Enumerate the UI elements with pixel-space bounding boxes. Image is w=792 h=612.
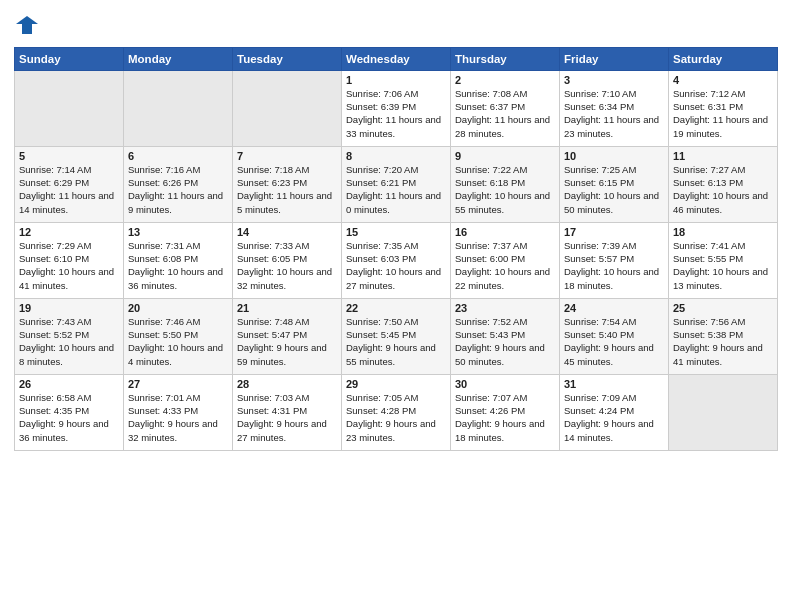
day-cell: 6Sunrise: 7:16 AMSunset: 6:26 PMDaylight… — [124, 146, 233, 222]
day-number: 23 — [455, 302, 555, 314]
day-info: Sunrise: 7:07 AMSunset: 4:26 PMDaylight:… — [455, 391, 555, 444]
day-cell: 21Sunrise: 7:48 AMSunset: 5:47 PMDayligh… — [233, 298, 342, 374]
day-cell: 8Sunrise: 7:20 AMSunset: 6:21 PMDaylight… — [342, 146, 451, 222]
day-info: Sunrise: 7:52 AMSunset: 5:43 PMDaylight:… — [455, 315, 555, 368]
day-cell: 24Sunrise: 7:54 AMSunset: 5:40 PMDayligh… — [560, 298, 669, 374]
day-cell: 7Sunrise: 7:18 AMSunset: 6:23 PMDaylight… — [233, 146, 342, 222]
logo-text — [14, 14, 38, 41]
day-number: 24 — [564, 302, 664, 314]
day-number: 26 — [19, 378, 119, 390]
day-of-week-saturday: Saturday — [669, 47, 778, 70]
day-cell: 5Sunrise: 7:14 AMSunset: 6:29 PMDaylight… — [15, 146, 124, 222]
day-info: Sunrise: 7:12 AMSunset: 6:31 PMDaylight:… — [673, 87, 773, 140]
day-of-week-thursday: Thursday — [451, 47, 560, 70]
day-cell: 10Sunrise: 7:25 AMSunset: 6:15 PMDayligh… — [560, 146, 669, 222]
day-info: Sunrise: 6:58 AMSunset: 4:35 PMDaylight:… — [19, 391, 119, 444]
day-info: Sunrise: 7:37 AMSunset: 6:00 PMDaylight:… — [455, 239, 555, 292]
day-info: Sunrise: 7:01 AMSunset: 4:33 PMDaylight:… — [128, 391, 228, 444]
day-number: 9 — [455, 150, 555, 162]
day-number: 27 — [128, 378, 228, 390]
day-number: 1 — [346, 74, 446, 86]
day-number: 4 — [673, 74, 773, 86]
days-of-week-row: SundayMondayTuesdayWednesdayThursdayFrid… — [15, 47, 778, 70]
day-cell — [124, 70, 233, 146]
day-cell: 25Sunrise: 7:56 AMSunset: 5:38 PMDayligh… — [669, 298, 778, 374]
day-info: Sunrise: 7:22 AMSunset: 6:18 PMDaylight:… — [455, 163, 555, 216]
day-cell: 28Sunrise: 7:03 AMSunset: 4:31 PMDayligh… — [233, 374, 342, 450]
day-of-week-monday: Monday — [124, 47, 233, 70]
day-info: Sunrise: 7:08 AMSunset: 6:37 PMDaylight:… — [455, 87, 555, 140]
day-number: 6 — [128, 150, 228, 162]
day-cell: 29Sunrise: 7:05 AMSunset: 4:28 PMDayligh… — [342, 374, 451, 450]
day-cell: 17Sunrise: 7:39 AMSunset: 5:57 PMDayligh… — [560, 222, 669, 298]
day-number: 17 — [564, 226, 664, 238]
week-row-3: 12Sunrise: 7:29 AMSunset: 6:10 PMDayligh… — [15, 222, 778, 298]
day-number: 8 — [346, 150, 446, 162]
day-number: 7 — [237, 150, 337, 162]
day-of-week-wednesday: Wednesday — [342, 47, 451, 70]
calendar-table: SundayMondayTuesdayWednesdayThursdayFrid… — [14, 47, 778, 451]
day-cell: 31Sunrise: 7:09 AMSunset: 4:24 PMDayligh… — [560, 374, 669, 450]
day-number: 12 — [19, 226, 119, 238]
day-cell: 18Sunrise: 7:41 AMSunset: 5:55 PMDayligh… — [669, 222, 778, 298]
logo-bird-icon — [16, 14, 38, 36]
page: SundayMondayTuesdayWednesdayThursdayFrid… — [0, 0, 792, 612]
day-info: Sunrise: 7:05 AMSunset: 4:28 PMDaylight:… — [346, 391, 446, 444]
day-cell: 9Sunrise: 7:22 AMSunset: 6:18 PMDaylight… — [451, 146, 560, 222]
day-cell: 26Sunrise: 6:58 AMSunset: 4:35 PMDayligh… — [15, 374, 124, 450]
day-cell: 23Sunrise: 7:52 AMSunset: 5:43 PMDayligh… — [451, 298, 560, 374]
day-number: 13 — [128, 226, 228, 238]
calendar-body: 1Sunrise: 7:06 AMSunset: 6:39 PMDaylight… — [15, 70, 778, 450]
week-row-1: 1Sunrise: 7:06 AMSunset: 6:39 PMDaylight… — [15, 70, 778, 146]
day-number: 31 — [564, 378, 664, 390]
day-number: 15 — [346, 226, 446, 238]
day-info: Sunrise: 7:48 AMSunset: 5:47 PMDaylight:… — [237, 315, 337, 368]
day-cell: 1Sunrise: 7:06 AMSunset: 6:39 PMDaylight… — [342, 70, 451, 146]
day-number: 20 — [128, 302, 228, 314]
day-number: 22 — [346, 302, 446, 314]
day-number: 14 — [237, 226, 337, 238]
day-info: Sunrise: 7:43 AMSunset: 5:52 PMDaylight:… — [19, 315, 119, 368]
day-cell: 2Sunrise: 7:08 AMSunset: 6:37 PMDaylight… — [451, 70, 560, 146]
day-number: 16 — [455, 226, 555, 238]
day-cell: 22Sunrise: 7:50 AMSunset: 5:45 PMDayligh… — [342, 298, 451, 374]
day-cell: 27Sunrise: 7:01 AMSunset: 4:33 PMDayligh… — [124, 374, 233, 450]
day-cell — [669, 374, 778, 450]
day-number: 19 — [19, 302, 119, 314]
day-of-week-friday: Friday — [560, 47, 669, 70]
header — [14, 10, 778, 41]
day-cell: 3Sunrise: 7:10 AMSunset: 6:34 PMDaylight… — [560, 70, 669, 146]
day-info: Sunrise: 7:50 AMSunset: 5:45 PMDaylight:… — [346, 315, 446, 368]
day-info: Sunrise: 7:35 AMSunset: 6:03 PMDaylight:… — [346, 239, 446, 292]
day-info: Sunrise: 7:03 AMSunset: 4:31 PMDaylight:… — [237, 391, 337, 444]
week-row-5: 26Sunrise: 6:58 AMSunset: 4:35 PMDayligh… — [15, 374, 778, 450]
day-cell: 13Sunrise: 7:31 AMSunset: 6:08 PMDayligh… — [124, 222, 233, 298]
day-cell: 30Sunrise: 7:07 AMSunset: 4:26 PMDayligh… — [451, 374, 560, 450]
day-info: Sunrise: 7:27 AMSunset: 6:13 PMDaylight:… — [673, 163, 773, 216]
day-info: Sunrise: 7:18 AMSunset: 6:23 PMDaylight:… — [237, 163, 337, 216]
day-info: Sunrise: 7:06 AMSunset: 6:39 PMDaylight:… — [346, 87, 446, 140]
day-info: Sunrise: 7:54 AMSunset: 5:40 PMDaylight:… — [564, 315, 664, 368]
day-cell: 14Sunrise: 7:33 AMSunset: 6:05 PMDayligh… — [233, 222, 342, 298]
day-info: Sunrise: 7:46 AMSunset: 5:50 PMDaylight:… — [128, 315, 228, 368]
week-row-2: 5Sunrise: 7:14 AMSunset: 6:29 PMDaylight… — [15, 146, 778, 222]
logo — [14, 14, 38, 41]
day-info: Sunrise: 7:31 AMSunset: 6:08 PMDaylight:… — [128, 239, 228, 292]
day-number: 30 — [455, 378, 555, 390]
week-row-4: 19Sunrise: 7:43 AMSunset: 5:52 PMDayligh… — [15, 298, 778, 374]
day-of-week-tuesday: Tuesday — [233, 47, 342, 70]
day-number: 10 — [564, 150, 664, 162]
day-cell: 4Sunrise: 7:12 AMSunset: 6:31 PMDaylight… — [669, 70, 778, 146]
day-number: 11 — [673, 150, 773, 162]
day-cell: 20Sunrise: 7:46 AMSunset: 5:50 PMDayligh… — [124, 298, 233, 374]
day-cell: 15Sunrise: 7:35 AMSunset: 6:03 PMDayligh… — [342, 222, 451, 298]
calendar-header: SundayMondayTuesdayWednesdayThursdayFrid… — [15, 47, 778, 70]
day-cell — [233, 70, 342, 146]
day-info: Sunrise: 7:41 AMSunset: 5:55 PMDaylight:… — [673, 239, 773, 292]
day-cell: 19Sunrise: 7:43 AMSunset: 5:52 PMDayligh… — [15, 298, 124, 374]
day-number: 18 — [673, 226, 773, 238]
day-info: Sunrise: 7:14 AMSunset: 6:29 PMDaylight:… — [19, 163, 119, 216]
day-number: 5 — [19, 150, 119, 162]
day-cell: 16Sunrise: 7:37 AMSunset: 6:00 PMDayligh… — [451, 222, 560, 298]
day-info: Sunrise: 7:56 AMSunset: 5:38 PMDaylight:… — [673, 315, 773, 368]
